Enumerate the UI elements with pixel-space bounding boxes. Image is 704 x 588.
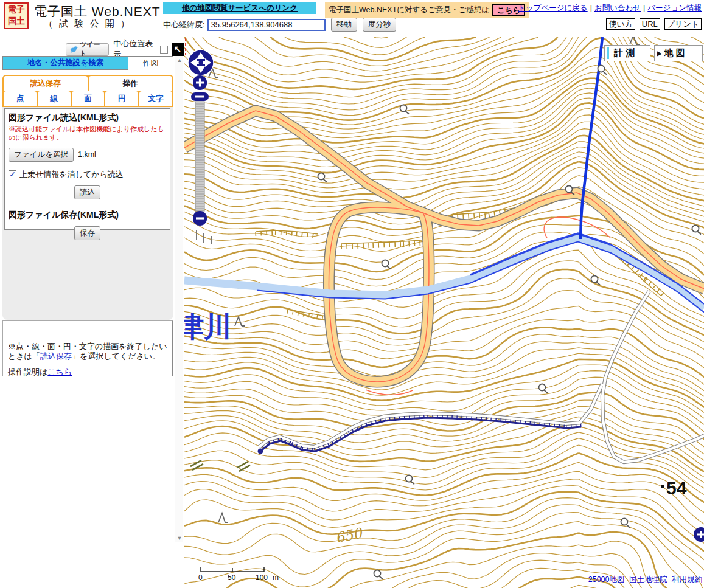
map-type-label: 地 図	[664, 47, 685, 59]
broadleaf-tree-icon	[400, 105, 410, 114]
sidebar-scrollbar[interactable]: ▲ ▼	[175, 56, 183, 542]
help-row: 操作説明はこちら	[8, 367, 167, 377]
scale-unit: m	[273, 573, 279, 582]
measure-accent-bar	[607, 47, 609, 59]
attribution-map-link[interactable]: 25000地図	[588, 575, 625, 584]
loadsave-panel: 図形ファイル読込(KML形式) ※読込可能ファイルは本作図機能により作成したもの…	[2, 107, 173, 320]
broadleaf-tree-icon	[539, 384, 548, 393]
usage-note-box: ※点・線・面・円・文字の描画を終了したいときは「読込保存」を選択してください。 …	[2, 320, 173, 376]
help-link[interactable]: こちら	[47, 367, 72, 376]
coordinate-bar: 中心経緯度: 移動 度分秒	[163, 18, 396, 32]
attribution-terms-link[interactable]: 利用規約	[672, 575, 702, 584]
load-section-heading: 図形ファイル読込(KML形式)	[9, 112, 166, 123]
twitter-bird-icon	[70, 45, 78, 54]
collapse-sidebar-button[interactable]: ↖	[172, 43, 184, 56]
scale-tick-0: 0	[198, 573, 203, 582]
logo-line2: 国土	[5, 15, 27, 27]
spot-elevation-label: 54	[666, 478, 687, 498]
tool-area-button[interactable]: 面	[72, 91, 105, 106]
trail-start-marker	[258, 449, 263, 454]
conifer-tree-icon	[235, 317, 245, 326]
scale-tick-50: 50	[228, 573, 236, 582]
broadleaf-tree-icon	[318, 173, 327, 182]
link-contact[interactable]: お問い合わせ	[594, 4, 641, 12]
zoom-slider-handle[interactable]	[191, 92, 209, 101]
section-divider	[5, 206, 170, 206]
pan-compass[interactable]	[188, 50, 214, 75]
measure-button[interactable]: 計 測	[604, 45, 650, 61]
usage-note: ※点・線・面・円・文字の描画を終了したいときは「読込保存」を選択してください。	[8, 342, 167, 362]
contour-lines	[184, 37, 704, 588]
map-type-button[interactable]: ▶ 地 図	[654, 45, 703, 61]
save-button[interactable]: 保存	[74, 226, 100, 240]
load-button[interactable]: 読込	[74, 185, 100, 199]
zoom-out-button[interactable]	[193, 211, 207, 226]
clear-overlay-checkbox[interactable]: ✓	[9, 170, 16, 178]
tool-circle-button[interactable]: 円	[105, 91, 138, 106]
url-button[interactable]: URL	[640, 18, 660, 30]
tab-load-save[interactable]: 読込保存	[4, 76, 88, 91]
draw-tool-tabs: 読込保存 操作 点 線 面 円 文字	[2, 75, 173, 107]
logo-line1: 電子	[5, 4, 27, 15]
kml-file-box: 図形ファイル読込(KML形式) ※読込可能ファイルは本作図機能により作成したもの…	[4, 108, 170, 230]
tool-point-button[interactable]: 点	[4, 91, 37, 106]
tab-draw[interactable]: 作図	[128, 56, 173, 70]
scale-bar	[201, 567, 264, 572]
link-separator: |	[643, 4, 645, 12]
zoom-in-button[interactable]	[193, 75, 207, 90]
load-restriction-note: ※読込可能ファイルは本作図機能により作成したものに限られます。	[9, 125, 166, 142]
tweet-button[interactable]: ツイート	[66, 43, 109, 56]
tool-line-button[interactable]: 線	[38, 91, 71, 106]
measure-label: 計 測	[614, 47, 635, 59]
map-canvas[interactable]: 津川65054050100m	[184, 37, 704, 588]
broadleaf-tree-icon	[374, 570, 383, 579]
feedback-text: 電子国土Web.NEXTに対するご意見・ご感想は	[329, 5, 489, 15]
app-window: 電子 国土 電子国土 Web.NEXT （ 試 験 公 開 ） 他の地図閲覧サー…	[0, 0, 704, 588]
river-name-label: 津川	[184, 311, 232, 342]
header: 電子 国土 電子国土 Web.NEXT （ 試 験 公 開 ） 他の地図閲覧サー…	[0, 0, 704, 36]
zoom-slider-track[interactable]	[195, 102, 204, 211]
map-viewport[interactable]: 津川65054050100m 計 測 ▶ 地 図 25000地図 国土地理院 利…	[184, 37, 704, 588]
dms-button[interactable]: 度分秒	[363, 18, 397, 32]
conifer-tree-icon	[218, 513, 228, 522]
coordinate-label: 中心経緯度:	[163, 19, 205, 30]
gsi-logo: 電子 国土	[4, 2, 29, 29]
page-title: 電子国土 Web.NEXT	[34, 3, 160, 20]
howto-button[interactable]: 使い方	[606, 18, 635, 30]
triangle-right-icon: ▶	[657, 50, 662, 57]
help-pre: 操作説明は	[8, 367, 47, 376]
other-services-link[interactable]: 他の地図閲覧サービスへのリンク	[163, 2, 316, 14]
print-button[interactable]: プリント	[664, 18, 702, 30]
attribution-gsi-link[interactable]: 国土地理院	[629, 575, 667, 584]
coordinate-input[interactable]	[207, 19, 326, 31]
scroll-up-icon[interactable]: ▲	[175, 56, 184, 64]
broadleaf-tree-icon	[382, 260, 391, 269]
move-button[interactable]: 移動	[331, 18, 357, 32]
center-display-checkbox[interactable]	[160, 46, 167, 54]
selected-file-name: 1.kml	[78, 150, 96, 159]
tab-operate[interactable]: 操作	[89, 76, 173, 91]
expand-panel-button[interactable]	[694, 527, 704, 542]
map-attribution: 25000地図 国土地理院 利用規約	[586, 575, 702, 585]
spot-elevation-dot	[661, 485, 664, 488]
tool-text-button[interactable]: 文字	[139, 91, 172, 106]
tab-place-search[interactable]: 地名・公共施設を検索	[2, 56, 128, 70]
header-links: トップページに戻る|お問い合わせ|バージョン情報	[518, 3, 702, 13]
embankment-hatch	[341, 240, 422, 249]
sidebar: ツイート 中心位置表示 ↖ 地名・公共施設を検索 作図 読込保存 操作 点 線 …	[0, 37, 184, 588]
header-tools: 使い方 URL プリント	[606, 18, 702, 30]
link-top-page[interactable]: トップページに戻る	[518, 4, 588, 12]
link-version-info[interactable]: バージョン情報	[647, 4, 702, 12]
contour-elevation-label: 650	[334, 525, 365, 546]
page-subtitle: （ 試 験 公 開 ）	[44, 18, 131, 30]
link-separator: |	[590, 4, 592, 12]
scroll-down-icon[interactable]: ▼	[175, 534, 184, 542]
broadleaf-tree-icon	[406, 476, 415, 485]
clear-overlay-label: 上乗せ情報を消してから読込	[19, 169, 124, 180]
file-select-button[interactable]: ファイルを選択	[9, 148, 74, 162]
scale-tick-100: 100	[256, 573, 268, 582]
usage-note-post: 」を選択してください。	[72, 351, 160, 361]
feedback-banner: 電子国土Web.NEXTに対するご意見・ご感想は こちら	[325, 2, 529, 18]
usage-note-link[interactable]: 読込保存	[40, 351, 72, 361]
sidebar-tabs: 地名・公共施設を検索 作図	[2, 56, 173, 70]
